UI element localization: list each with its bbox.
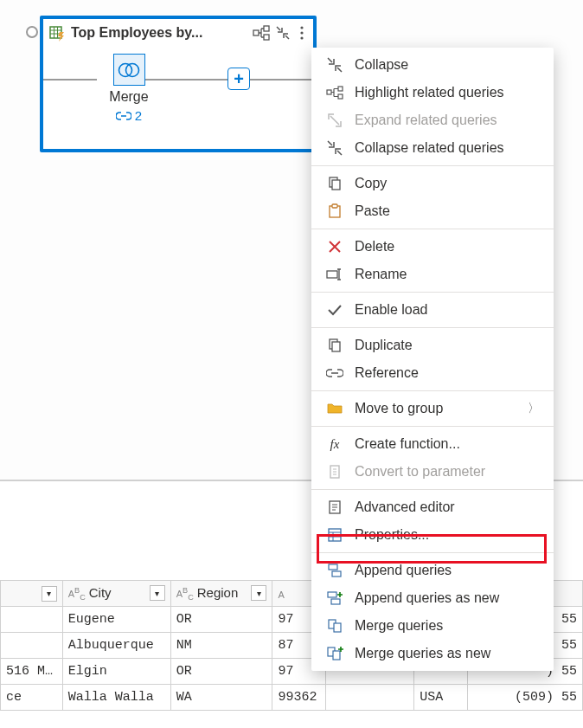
menu-advanced-editor[interactable]: Advanced editor [311,493,554,521]
fx-icon: fx [325,435,344,453]
collapse-arrows-icon [325,56,344,74]
query-node[interactable]: Top Employees by... Merge [40,16,317,152]
menu-delete[interactable]: Delete [311,233,554,261]
svg-point-9 [300,26,303,29]
menu-move-to-group[interactable]: Move to group 〉 [311,395,554,422]
svg-rect-14 [327,90,331,94]
merge-tables-icon [325,617,344,635]
filter-dropdown-icon[interactable]: ▾ [150,585,165,601]
menu-copy[interactable]: Copy [311,170,554,197]
delete-x-icon [325,238,344,255]
menu-append-queries[interactable]: Append queries [311,557,554,584]
menu-collapse[interactable]: Collapse [311,51,554,79]
merge-step[interactable]: Merge 2 [90,54,168,123]
dependencies-icon[interactable] [253,25,270,41]
svg-rect-15 [338,87,343,91]
rename-icon [325,266,344,283]
node-title: Top Employees by... [71,25,247,41]
collapse-icon[interactable] [275,25,291,41]
svg-point-10 [300,31,303,34]
svg-rect-8 [264,35,269,40]
menu-create-function[interactable]: fx Create function... [311,430,554,458]
paste-icon [325,203,344,220]
col-header-city[interactable]: ABCCity▾ [62,581,170,607]
chevron-right-icon: 〉 [528,401,540,416]
svg-rect-7 [264,26,269,31]
checkmark-icon [325,301,344,319]
menu-paste[interactable]: Paste [311,197,554,225]
menu-merge-queries[interactable]: Merge queries [311,612,554,640]
folder-icon [325,400,344,417]
type-text-icon: ABC [68,586,86,602]
svg-rect-21 [327,271,337,278]
svg-point-11 [300,36,303,39]
menu-properties[interactable]: Properties... [311,521,554,549]
link-icon [325,364,344,382]
merge-step-label: Merge [90,89,168,105]
parameter-icon [325,463,344,480]
type-text-icon: ABC [176,586,194,602]
table-lightning-icon [48,24,66,42]
menu-reference[interactable]: Reference [311,359,554,387]
append-new-icon [325,589,344,607]
kebab-menu-icon[interactable] [296,25,308,41]
copy-icon [325,175,344,192]
table-row[interactable]: ceWalla WallaWA99362USA(509) 55 [1,685,583,711]
type-text-icon: A [278,589,284,600]
context-menu: Collapse Highlight related queries Expan… [311,48,554,671]
svg-rect-37 [332,571,341,577]
svg-rect-36 [329,564,337,570]
dependencies-icon [325,84,344,101]
col-header-prev[interactable]: ▾ [1,581,63,607]
merge-tables-new-icon [325,645,344,662]
col-header-region[interactable]: ABCRegion▾ [170,581,272,607]
menu-rename[interactable]: Rename [311,261,554,288]
svg-rect-6 [253,30,259,35]
menu-convert-to-parameter: Convert to parameter [311,458,554,486]
svg-rect-20 [332,204,337,208]
filter-dropdown-icon[interactable]: ▾ [251,585,266,601]
merge-link-count[interactable]: 2 [90,108,168,123]
menu-merge-queries-new[interactable]: Merge queries as new [311,640,554,667]
menu-highlight-related[interactable]: Highlight related queries [311,79,554,106]
menu-expand-related: Expand related queries [311,106,554,134]
filter-dropdown-icon[interactable]: ▾ [42,586,57,602]
editor-icon [325,499,344,516]
menu-append-queries-new[interactable]: Append queries as new [311,584,554,612]
svg-rect-38 [328,592,336,597]
menu-enable-load[interactable]: Enable load [311,296,554,324]
svg-rect-41 [334,623,341,632]
expand-arrows-icon [325,112,344,129]
merge-icon [113,54,145,86]
menu-collapse-related[interactable]: Collapse related queries [311,134,554,162]
svg-rect-32 [329,529,341,541]
duplicate-icon [325,337,344,354]
svg-rect-39 [331,599,340,604]
collapse-arrows-icon [325,139,344,157]
node-input-port[interactable] [26,26,38,38]
svg-rect-43 [333,651,340,660]
menu-duplicate[interactable]: Duplicate [311,332,554,359]
svg-rect-16 [338,94,343,99]
properties-icon [325,526,344,544]
link-icon [116,111,131,121]
svg-rect-23 [332,342,340,351]
node-body: Merge 2 + [43,47,313,149]
add-step-button[interactable]: + [227,68,250,90]
node-header: Top Employees by... [43,19,313,47]
append-icon [325,562,344,579]
svg-rect-18 [332,180,340,190]
